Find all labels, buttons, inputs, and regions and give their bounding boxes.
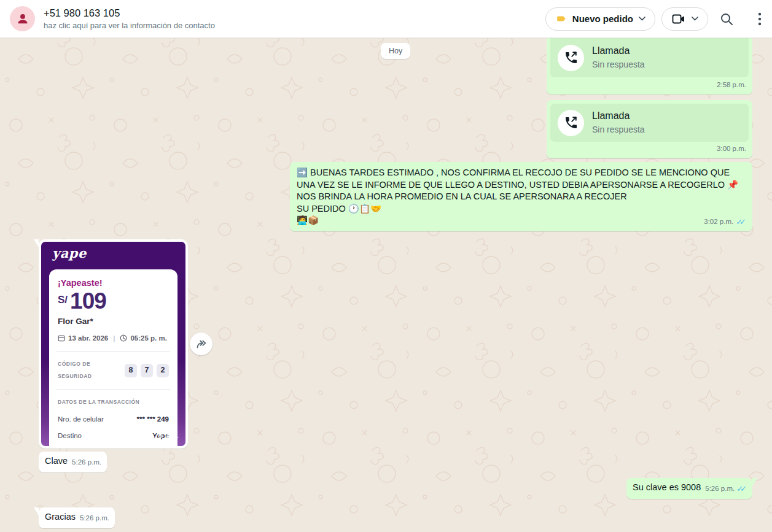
call-title: Llamada (592, 110, 645, 122)
transaction-data-label: DATOS DE LA TRANSACCIÓN (58, 396, 169, 409)
contact-info[interactable]: +51 980 163 105 haz clic aquí para ver l… (44, 7, 545, 30)
receipt-card: ¡Yapeaste! S/109 Flor Gar* 13 abr. 2026 … (49, 269, 177, 446)
message-time: 3:02 p.m. (704, 216, 733, 228)
message-time: 5:26 p.m. (80, 512, 109, 525)
security-code-digits: 8 7 2 (125, 364, 169, 377)
receipt-datetime: 13 abr. 2026 | 05:25 p. m. (58, 333, 169, 345)
image-message-yape-receipt[interactable]: yape ¡Yapeaste! S/109 Flor Gar* 13 abr. … (39, 239, 188, 449)
call-panel: Llamada Sin respuesta (550, 104, 749, 142)
read-receipt-double-check-icon: ✓✓ (736, 216, 743, 228)
separator: | (113, 333, 115, 345)
kebab-menu-icon (758, 12, 762, 26)
text-message-confirmation[interactable]: ➡️ BUENAS TARDES ESTIMADO , NOS CONFIRMA… (290, 162, 752, 231)
yape-logo: yape (41, 242, 185, 260)
call-status: Sin respuesta (592, 59, 645, 71)
message-time: 5:26 p.m. (148, 430, 179, 442)
message-time: 5:26 p.m. (705, 483, 735, 495)
chevron-down-icon (639, 17, 645, 21)
message-list: Hoy Llamada Sin respuesta 2:58 p.m. (0, 0, 772, 532)
video-camera-icon (671, 12, 686, 26)
calendar-icon (58, 334, 65, 342)
order-label-tag-icon (555, 13, 567, 25)
forward-arrow-icon (195, 337, 208, 351)
menu-button[interactable] (752, 7, 767, 31)
message-text: Clave (45, 455, 68, 468)
call-message-1[interactable]: Llamada Sin respuesta 2:58 p.m. (547, 38, 752, 94)
transaction-row: Nro. de celular*** *** 249 (58, 414, 169, 426)
chevron-down-icon (692, 17, 698, 21)
call-panel: Llamada Sin respuesta (550, 38, 749, 77)
contact-name: +51 980 163 105 (44, 7, 545, 19)
message-time: 5:26 p.m. (72, 457, 101, 469)
date-badge: Hoy (381, 43, 410, 59)
text-message-gracias[interactable]: Gracias 5:26 p.m. (39, 507, 115, 528)
call-message-2[interactable]: Llamada Sin respuesta 3:00 p.m. (547, 100, 752, 158)
text-message-clave[interactable]: Clave 5:26 p.m. (39, 452, 107, 472)
new-order-label: Nuevo pedido (572, 13, 633, 24)
search-button[interactable] (714, 7, 739, 31)
forward-button[interactable] (190, 333, 212, 355)
whatsapp-window: Hoy Llamada Sin respuesta 2:58 p.m. (0, 0, 772, 532)
contact-subtitle: haz clic aquí para ver la información de… (44, 21, 545, 30)
security-code-label: CÓDIGO DE SEGURIDAD (58, 358, 125, 382)
chat-header: +51 980 163 105 haz clic aquí para ver l… (0, 0, 772, 38)
message-time: 3:00 p.m. (717, 143, 746, 155)
security-code-section: CÓDIGO DE SEGURIDAD 8 7 2 (58, 358, 169, 382)
currency-symbol: S/ (58, 294, 68, 306)
new-order-button[interactable]: Nuevo pedido (545, 7, 655, 31)
call-status: Sin respuesta (592, 124, 645, 136)
receipt-amount: S/109 (58, 295, 169, 312)
read-receipt-double-check-icon: ✓✓ (736, 483, 744, 495)
text-message-key[interactable]: Su clave es 9008 5:26 p.m. ✓✓ (626, 478, 752, 499)
outgoing-call-icon (558, 110, 584, 136)
yape-receipt-image: yape ¡Yapeaste! S/109 Flor Gar* 13 abr. … (41, 242, 185, 446)
header-actions: Nuevo pedido (545, 7, 767, 31)
message-text: Gracias (45, 511, 76, 523)
message-text: ➡️ BUENAS TARDES ESTIMADO , NOS CONFIRMA… (297, 167, 746, 227)
clock-icon (120, 334, 127, 342)
outgoing-call-icon (558, 45, 584, 71)
amount-value: 109 (70, 288, 106, 314)
video-call-button[interactable] (661, 7, 708, 31)
message-text: Su clave es 9008 (633, 482, 701, 494)
person-icon (15, 11, 31, 27)
payer-name: Flor Gar* (58, 315, 169, 328)
avatar[interactable] (10, 6, 35, 31)
message-time: 2:58 p.m. (717, 79, 746, 91)
search-icon (719, 12, 734, 26)
call-title: Llamada (592, 45, 645, 57)
